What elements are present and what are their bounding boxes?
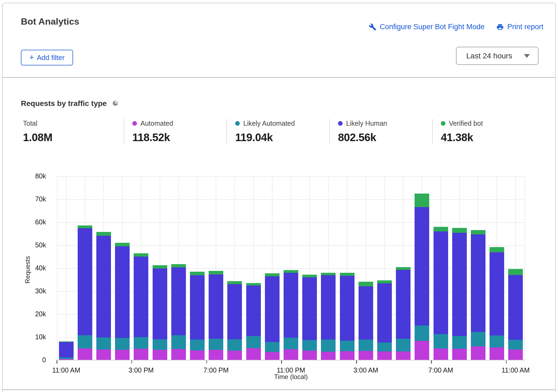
stat-value: 118.52k [132, 131, 227, 144]
configure-super-bot-fight-mode-link[interactable]: Configure Super Bot Fight Mode [369, 23, 484, 31]
printer-icon [496, 23, 504, 31]
bar-segment [471, 346, 485, 360]
bar-segment [340, 351, 355, 360]
bar-segment [415, 207, 429, 325]
time-range-select[interactable]: Last 24 hours [456, 47, 539, 65]
bar-segment [302, 275, 317, 277]
bar-stack[interactable] [171, 264, 186, 360]
bar-segment [359, 282, 373, 286]
bar-segment [284, 273, 298, 338]
stat-likely-human: Likely Human 802.56k [329, 119, 432, 144]
x-axis-tick [506, 360, 507, 364]
bar-segment [359, 286, 373, 340]
likely-automated-dot-icon [235, 121, 240, 126]
bar-segment [153, 268, 167, 339]
bar-stack[interactable] [153, 265, 167, 360]
stat-value: 41.38k [441, 131, 535, 144]
bar-segment [246, 283, 261, 285]
bar-stack[interactable] [321, 273, 336, 360]
bar-stack[interactable] [227, 281, 242, 360]
bar-segment [321, 352, 336, 360]
bar-segment [78, 348, 92, 360]
bar-segment [190, 350, 205, 360]
bar-segment [471, 230, 485, 234]
bar-stack[interactable] [377, 280, 392, 360]
bar-stack[interactable] [115, 243, 130, 360]
y-tick-label: 20k [3, 310, 46, 318]
stat-total: Total 1.08M [21, 119, 124, 144]
bar-segment [452, 349, 467, 360]
bar-segment [59, 341, 74, 342]
bar-segment [171, 264, 186, 268]
bar-stack[interactable] [59, 341, 74, 360]
bar-stack[interactable] [78, 225, 92, 360]
bar-stack[interactable] [265, 273, 280, 360]
bar-segment [508, 340, 523, 350]
bar-segment [227, 351, 242, 360]
bar-segment [190, 275, 205, 340]
bar-stack[interactable] [96, 232, 111, 360]
bar-stack[interactable] [490, 247, 504, 360]
bar-stack[interactable] [134, 253, 148, 360]
bar-stack[interactable] [452, 228, 467, 360]
bar-segment [96, 236, 111, 337]
bar-stack[interactable] [471, 230, 485, 360]
bar-stack[interactable] [190, 272, 205, 360]
bar-segment [115, 350, 130, 360]
bar-segment [359, 351, 373, 360]
bar-segment [340, 276, 355, 341]
bar-segment [115, 246, 130, 338]
configure-link-label: Configure Super Bot Fight Mode [380, 23, 484, 31]
bar-segment [302, 340, 317, 351]
bar-segment [227, 284, 242, 340]
stat-value: 802.56k [338, 131, 432, 144]
verified-bot-dot-icon [441, 121, 445, 126]
bar-segment [490, 252, 504, 335]
bar-stack[interactable] [302, 275, 317, 360]
section-title: Requests by traffic type [21, 99, 107, 108]
add-filter-button[interactable]: + Add filter [21, 50, 73, 65]
print-report-link[interactable]: Print report [496, 23, 543, 31]
y-tick-label: 0 [3, 356, 46, 364]
plot-area: 11:00 AM3:00 PM7:00 PM11:00 PM3:00 AM7:0… [57, 177, 525, 360]
bar-segment [302, 351, 317, 360]
bar-stack[interactable] [359, 282, 373, 360]
bar-segment [452, 228, 467, 233]
bar-segment [321, 273, 336, 275]
bar-stack[interactable] [284, 270, 298, 360]
x-axis-baseline [57, 360, 525, 361]
bar-segment [153, 350, 167, 360]
bar-stack[interactable] [396, 267, 411, 360]
print-link-label: Print report [507, 23, 543, 31]
header-links: Configure Super Bot Fight Mode Print rep… [369, 23, 543, 31]
bar-segment [508, 269, 523, 275]
bar-segment [59, 342, 74, 357]
bar-stack[interactable] [415, 194, 429, 360]
bar-segment [209, 274, 223, 339]
bar-segment [471, 234, 485, 332]
header-divider [3, 77, 555, 78]
bar-stack[interactable] [508, 269, 523, 360]
y-tick-label: 60k [3, 218, 46, 226]
bar-segment [490, 347, 504, 360]
bar-segment [359, 340, 373, 351]
bar-segment [153, 265, 167, 268]
bar-segment [78, 225, 92, 228]
bar-segment [434, 348, 448, 360]
bar-stack[interactable] [209, 271, 223, 360]
stat-label: Total [23, 119, 37, 127]
wrench-icon [369, 23, 376, 31]
bar-segment [171, 267, 186, 335]
pie-chart-icon [112, 100, 119, 108]
bar-segment [171, 335, 186, 349]
bar-segment [284, 338, 298, 349]
bar-stack[interactable] [434, 227, 448, 360]
bar-segment [265, 273, 280, 276]
bar-stack[interactable] [340, 273, 355, 360]
stat-value: 119.04k [235, 131, 329, 144]
v-gridline [66, 177, 67, 360]
stat-value: 1.08M [23, 131, 124, 144]
bar-stack[interactable] [246, 283, 261, 360]
bar-segment [508, 350, 523, 360]
bar-segment [190, 272, 205, 275]
